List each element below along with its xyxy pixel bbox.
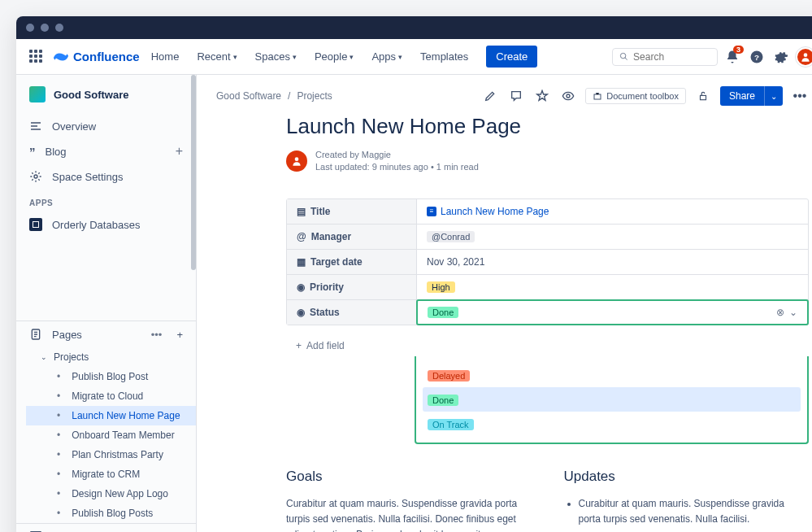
- goals-body: Curabitur at quam mauris. Suspendisse gr…: [286, 496, 532, 532]
- search-input[interactable]: [633, 51, 710, 63]
- priority-icon: ◉: [297, 281, 305, 293]
- date-value[interactable]: Nov 30, 2021: [417, 250, 808, 274]
- update-item: Curabitur at quam mauris. Suspendisse gr…: [579, 496, 810, 527]
- top-nav: Confluence Home Recent▾ Spaces▾ People▾ …: [16, 39, 812, 75]
- status-option-done[interactable]: Done: [423, 387, 801, 412]
- sidebar-archived[interactable]: Archived pages: [16, 524, 196, 532]
- plus-icon[interactable]: +: [176, 329, 183, 341]
- overview-icon: [29, 120, 42, 133]
- nav-people[interactable]: People▾: [308, 47, 360, 66]
- tree-item[interactable]: Publish Blog Post: [26, 367, 196, 386]
- status-option-delayed[interactable]: Delayed: [423, 363, 801, 387]
- document-toolbox-button[interactable]: Document toolbox: [585, 88, 686, 104]
- share-dropdown[interactable]: ⌄: [764, 86, 783, 106]
- tree-item[interactable]: Onboard Team Member: [26, 425, 196, 445]
- app-name: Confluence: [73, 50, 140, 63]
- main-content: Good Software / Projects Document toolbo…: [197, 75, 812, 532]
- sidebar: Good Software Overview ” Blog + Space Se…: [16, 75, 197, 532]
- tree-projects[interactable]: ⌄Projects: [26, 347, 196, 367]
- mention-icon: @: [297, 231, 306, 242]
- chevron-down-icon: ▾: [293, 53, 297, 61]
- tree-item[interactable]: Publish Blog Posts: [26, 504, 196, 523]
- title-value[interactable]: ≡Launch New Home Page: [417, 199, 808, 224]
- page-title: Launch New Home Page: [286, 114, 809, 139]
- window-titlebar: [16, 16, 812, 39]
- priority-value[interactable]: High: [417, 275, 808, 299]
- apps-section-label: APPS: [16, 189, 196, 212]
- status-value[interactable]: Done ⊗ ⌄: [416, 299, 809, 325]
- gear-icon: [29, 170, 42, 183]
- chevron-down-icon: ▾: [350, 53, 354, 61]
- space-name: Good Software: [54, 89, 128, 101]
- last-updated: Last updated: 9 minutes ago: [315, 162, 428, 172]
- database-icon: [29, 218, 42, 231]
- add-field-button[interactable]: +Add field: [286, 334, 809, 358]
- search-icon: [619, 51, 628, 62]
- status-option-ontrack[interactable]: On Track: [423, 412, 801, 436]
- tree-item[interactable]: Design New App Logo: [26, 484, 196, 504]
- tree-item-selected[interactable]: Launch New Home Page: [26, 406, 196, 425]
- svg-point-8: [567, 94, 570, 98]
- breadcrumb-space[interactable]: Good Software: [216, 90, 281, 102]
- chevron-down-icon[interactable]: ⌄: [789, 307, 797, 318]
- author-avatar[interactable]: [286, 150, 307, 172]
- nav-templates[interactable]: Templates: [414, 47, 475, 66]
- svg-point-11: [295, 158, 299, 162]
- app-switcher-icon[interactable]: [29, 50, 44, 64]
- status-icon: ◉: [297, 307, 305, 318]
- plus-icon[interactable]: +: [176, 144, 183, 159]
- traffic-light-min[interactable]: [41, 24, 49, 32]
- tree-item[interactable]: Migrate to Cloud: [26, 386, 196, 406]
- tree-item[interactable]: Plan Christmas Party: [26, 445, 196, 464]
- search-box[interactable]: [612, 48, 718, 66]
- sidebar-blog[interactable]: ” Blog +: [16, 138, 196, 164]
- share-button[interactable]: Share: [720, 86, 764, 106]
- space-header[interactable]: Good Software: [16, 75, 196, 114]
- more-icon[interactable]: •••: [151, 329, 163, 341]
- sidebar-orderly-databases[interactable]: Orderly Databases: [16, 212, 196, 237]
- traffic-light-close[interactable]: [26, 24, 34, 32]
- sidebar-overview[interactable]: Overview: [16, 114, 196, 138]
- help-icon[interactable]: ?: [747, 47, 766, 67]
- page-properties: ▤Title ≡Launch New Home Page @Manager @C…: [286, 198, 809, 325]
- byline: Created by Maggie Last updated: 9 minute…: [286, 149, 809, 174]
- star-icon[interactable]: [533, 87, 551, 105]
- page-icon: [29, 328, 42, 341]
- created-by: Created by Maggie: [315, 149, 479, 161]
- watch-icon[interactable]: [559, 87, 577, 105]
- svg-point-5: [34, 175, 37, 178]
- notifications-icon[interactable]: 3: [723, 47, 742, 67]
- confluence-logo[interactable]: Confluence: [54, 50, 140, 64]
- sidebar-pages[interactable]: Pages ••• +: [16, 321, 196, 347]
- svg-point-4: [804, 53, 808, 57]
- manager-value[interactable]: @Conrad: [417, 225, 808, 249]
- notif-badge: 3: [733, 46, 744, 54]
- title-field-icon: ▤: [297, 206, 306, 217]
- traffic-light-max[interactable]: [55, 24, 63, 32]
- svg-rect-10: [700, 95, 706, 99]
- nav-apps[interactable]: Apps▾: [365, 47, 409, 66]
- goals-heading: Goals: [286, 469, 532, 485]
- svg-line-1: [625, 58, 627, 60]
- nav-spaces[interactable]: Spaces▾: [249, 47, 303, 66]
- comment-icon[interactable]: [507, 87, 525, 105]
- svg-text:?: ?: [754, 52, 759, 61]
- svg-point-0: [620, 53, 625, 58]
- clear-icon[interactable]: ⊗: [776, 307, 784, 318]
- toolbox-icon: [593, 91, 602, 101]
- settings-icon[interactable]: [771, 47, 791, 67]
- chevron-down-icon: ⌄: [41, 353, 49, 361]
- nav-recent[interactable]: Recent▾: [190, 47, 243, 66]
- tree-item[interactable]: Migrate to CRM: [26, 464, 196, 484]
- lock-icon[interactable]: [694, 87, 712, 105]
- scrollbar[interactable]: [191, 75, 196, 270]
- user-avatar[interactable]: [796, 47, 812, 67]
- sidebar-settings[interactable]: Space Settings: [16, 164, 196, 189]
- nav-home[interactable]: Home: [145, 47, 186, 66]
- calendar-icon: ▦: [297, 256, 306, 268]
- edit-icon[interactable]: [481, 87, 499, 105]
- breadcrumb-parent[interactable]: Projects: [297, 90, 332, 102]
- more-actions-icon[interactable]: •••: [791, 87, 809, 105]
- svg-rect-9: [594, 94, 601, 99]
- create-button[interactable]: Create: [486, 46, 537, 68]
